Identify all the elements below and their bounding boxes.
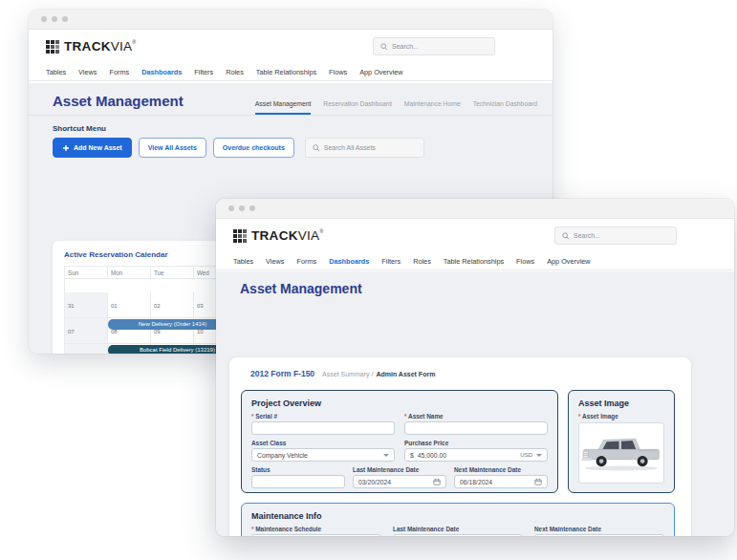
global-search-input[interactable]: Search... (373, 37, 495, 55)
window-titlebar[interactable] (216, 199, 734, 219)
shortcut-buttons: Add New Asset View All Assets Overdue ch… (53, 138, 529, 158)
nav-item-roles[interactable]: Roles (413, 257, 431, 266)
last-maintenance-date-input[interactable]: 03/20/2024 (393, 534, 523, 536)
next-maintenance-field: Next Maintenance Date 06/18/2024 (454, 466, 548, 488)
calendar-cell[interactable]: 14 (65, 344, 108, 354)
tab-technician-dashboard[interactable]: Technician Dashboard (473, 100, 537, 115)
nav-item-tables[interactable]: Tables (46, 68, 66, 76)
calendar-day-header: Mon (108, 267, 151, 279)
minimize-icon[interactable] (239, 205, 245, 211)
front-window: TRACKVIA® Search... TablesViewsFormsDash… (216, 199, 734, 536)
field-label: Next Maintenance Date (454, 466, 548, 473)
trackvia-logo-text: TRACKVIA® (251, 228, 323, 243)
chevron-down-icon (536, 454, 542, 457)
calendar-cell[interactable]: 02 (151, 292, 194, 318)
nav-item-views[interactable]: Views (266, 257, 284, 266)
search-placeholder: Search All Assets (324, 144, 376, 151)
asset-search-input[interactable]: Search All Assets (305, 138, 424, 158)
calendar-cell[interactable]: 31 (65, 292, 108, 318)
search-icon (380, 43, 388, 51)
nav-item-table-relationships[interactable]: Table Relationships (256, 68, 316, 76)
field-label: Last Maintenance Date (353, 466, 446, 473)
breadcrumb: 2012 Form F-150 Asset Summary / Admin As… (250, 369, 435, 378)
app-header: TRACKVIA® Search... (29, 30, 553, 63)
form-name-link[interactable]: 2012 Form F-150 (250, 369, 314, 378)
asset-image-preview[interactable] (578, 422, 664, 484)
overdue-checkouts-button[interactable]: Overdue checkouts (213, 138, 294, 158)
trackvia-logo-icon (233, 229, 247, 243)
asset-image-card: Asset Image Asset Image (568, 390, 675, 493)
nav-item-flows[interactable]: Flows (329, 68, 347, 76)
next-maintenance-date-input[interactable]: 06/18/2024 (534, 534, 664, 536)
nav-item-dashboards[interactable]: Dashboards (329, 257, 369, 266)
close-icon[interactable] (41, 16, 47, 22)
tab-reservation-dashboard[interactable]: Reservation Dashboard (323, 100, 391, 115)
form-content-card: 2012 Form F-150 Asset Summary / Admin As… (229, 357, 691, 536)
view-all-assets-button[interactable]: View All Assets (139, 138, 206, 158)
truck-image (580, 429, 662, 477)
maintenance-info-card: Maintenance Info Maintenance Schedule In… (241, 503, 675, 536)
calendar-day-header: Sun (65, 267, 108, 279)
search-icon (313, 144, 320, 152)
card-title: Asset Image (578, 398, 664, 408)
field-label: Purchase Price (404, 440, 548, 446)
serial-input[interactable] (251, 421, 395, 435)
maintenance-schedule-select[interactable]: Input placeholder (251, 534, 381, 536)
calendar-cell[interactable]: 07 (65, 318, 108, 344)
shortcut-menu-title: Shortcut Menu (53, 124, 529, 133)
trackvia-logo[interactable]: TRACKVIA® (46, 39, 136, 54)
calendar-icon (433, 478, 441, 485)
nav-item-flows[interactable]: Flows (516, 257, 534, 266)
maintenance-schedule-field: Maintenance Schedule Input placeholder (251, 526, 381, 536)
nav-item-forms[interactable]: Forms (296, 257, 316, 266)
status-input[interactable] (251, 475, 345, 488)
tab-maintenance-home[interactable]: Maintenance Home (404, 100, 461, 115)
close-icon[interactable] (228, 205, 234, 211)
trackvia-logo-text: TRACKVIA® (64, 39, 136, 54)
breadcrumb-path[interactable]: Asset Summary / (322, 371, 373, 377)
minimize-icon[interactable] (52, 16, 57, 22)
asset-name-input[interactable] (404, 421, 548, 435)
purchase-price-input[interactable]: $45,000.00 USD (404, 448, 548, 462)
asset-class-field: Asset Class Company Vehicle (251, 440, 395, 462)
form-page: Asset Management 2012 Form F-150 Asset S… (216, 271, 734, 536)
asset-name-field: Asset Name (404, 413, 548, 435)
nav-item-app-overview[interactable]: App Overview (359, 68, 402, 76)
maximize-icon[interactable] (249, 205, 255, 211)
card-title: Maintenance Info (251, 511, 664, 521)
nav-item-tables[interactable]: Tables (233, 257, 253, 266)
calendar-day-header: Tue (151, 267, 194, 279)
last-maintenance-field: Last Maintenance Date 03/20/2024 (353, 466, 446, 488)
card-title: Project Overview (251, 398, 548, 408)
maximize-icon[interactable] (62, 16, 68, 22)
nav-item-filters[interactable]: Filters (381, 257, 401, 266)
app-header: TRACKVIA® Search... (216, 219, 734, 252)
add-new-asset-button[interactable]: Add New Asset (53, 138, 132, 158)
nav-item-dashboards[interactable]: Dashboards (141, 68, 182, 76)
field-label: Asset Name (404, 413, 548, 420)
window-controls (228, 205, 255, 211)
asset-class-select[interactable]: Company Vehicle (251, 448, 395, 462)
nav-item-table-relationships[interactable]: Table Relationships (444, 257, 504, 266)
nav-item-filters[interactable]: Filters (194, 68, 213, 76)
field-label: Maintenance Schedule (251, 526, 381, 532)
serial-field: Serial # (251, 413, 395, 435)
app-nav: TablesViewsFormsDashboardsFiltersRolesTa… (29, 63, 553, 81)
last-maintenance-date-input[interactable]: 03/20/2024 (353, 475, 446, 488)
nav-item-app-overview[interactable]: App Overview (547, 257, 590, 266)
nav-item-views[interactable]: Views (78, 68, 97, 76)
calendar-icon (534, 478, 542, 485)
nav-item-roles[interactable]: Roles (226, 68, 244, 76)
currency-select[interactable]: USD (520, 452, 532, 458)
next-maintenance-date-input[interactable]: 06/18/2024 (454, 475, 548, 488)
field-label: Last Maintenance Date (393, 526, 523, 532)
calendar-cell[interactable]: 01 (108, 292, 151, 318)
window-titlebar[interactable] (29, 10, 553, 30)
field-label: Serial # (251, 413, 395, 420)
project-overview-card: Project Overview Serial # Asset Name Ass… (241, 390, 558, 493)
tab-asset-management[interactable]: Asset Management (255, 100, 312, 115)
trackvia-logo[interactable]: TRACKVIA® (233, 228, 323, 243)
trackvia-logo-icon (46, 40, 59, 54)
global-search-input[interactable]: Search... (554, 226, 677, 245)
nav-item-forms[interactable]: Forms (109, 68, 129, 76)
